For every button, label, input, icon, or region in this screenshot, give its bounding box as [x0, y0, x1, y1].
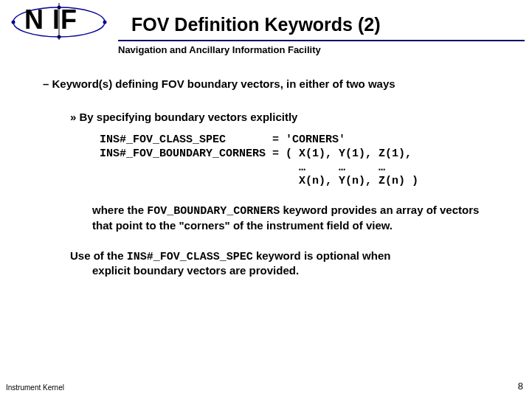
para2-text-c: explicit boundary vectors are provided.	[92, 264, 480, 278]
para1-text-a: where the	[92, 204, 147, 216]
para1-code: FOV_BOUNDARY_CORNERS	[147, 205, 280, 218]
svg-point-2	[103, 21, 107, 24]
para2-text-b: keyword is optional when	[253, 249, 391, 262]
para2-text-a: Use of the	[70, 249, 127, 262]
paragraph-2: Use of the INS#_FOV_CLASS_SPEC keyword i…	[70, 249, 480, 279]
bullet-level-1: – Keyword(s) defining FOV boundary vecto…	[43, 77, 510, 90]
slide-header: N IF FOV Definition Keywords (2)	[0, 0, 532, 40]
svg-point-1	[12, 21, 15, 24]
naif-logo: N IF	[7, 3, 118, 40]
slide-title: FOV Definition Keywords (2)	[131, 14, 381, 35]
para2-code: INS#_FOV_CLASS_SPEC	[127, 251, 253, 263]
code-block: INS#_FOV_CLASS_SPEC = 'CORNERS' INS#_FOV…	[100, 133, 510, 189]
footer-left-label: Instrument Kernel	[6, 384, 64, 392]
paragraph-1: where the FOV_BOUNDARY_CORNERS keyword p…	[92, 204, 495, 233]
bullet-level-2: » By specifying boundary vectors explici…	[70, 111, 510, 123]
page-number: 8	[518, 381, 523, 392]
logo-text: N IF	[24, 4, 77, 35]
title-divider	[118, 40, 525, 41]
slide-content: – Keyword(s) defining FOV boundary vecto…	[0, 77, 532, 278]
slide-subtitle: Navigation and Ancillary Information Fac…	[118, 44, 532, 55]
